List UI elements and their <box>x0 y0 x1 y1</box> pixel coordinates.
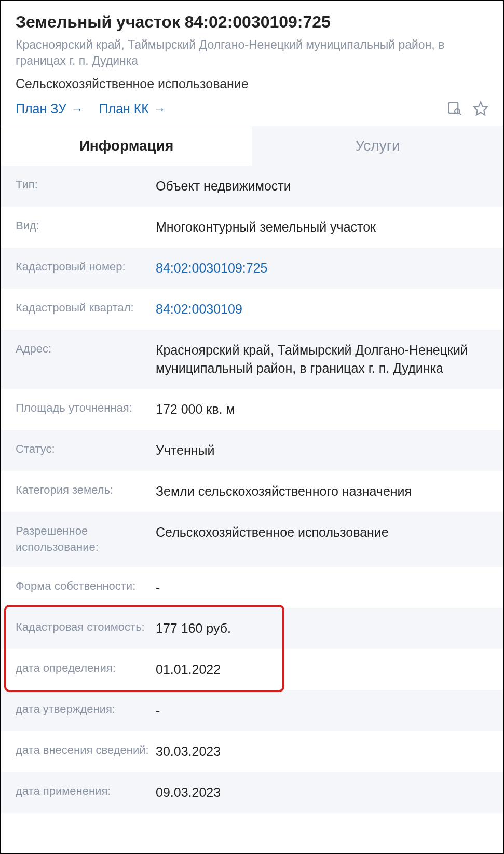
tabs: Информация Услуги <box>1 126 503 166</box>
row-label: дата применения: <box>16 783 156 799</box>
row-label: Кадастровый номер: <box>16 259 156 275</box>
arrow-right-icon: → <box>150 102 166 116</box>
row-value: Учтенный <box>156 441 488 459</box>
info-row: Вид:Многоконтурный земельный участок <box>1 207 503 248</box>
main-container: Земельный участок 84:02:0030109:725 Крас… <box>0 0 504 854</box>
tab-info[interactable]: Информация <box>1 126 252 166</box>
row-label: Форма собственности: <box>16 578 156 594</box>
page-title: Земельный участок 84:02:0030109:725 <box>16 12 488 32</box>
links-row: План ЗУ → План КК → <box>16 101 488 116</box>
row-value: 177 160 руб. <box>156 619 488 638</box>
row-value: - <box>156 578 488 597</box>
info-row: дата внесения сведений:30.03.2023 <box>1 731 503 772</box>
info-row: Площадь уточненная:172 000 кв. м <box>1 389 503 430</box>
row-label: Разрешенное использование: <box>16 523 156 555</box>
arrow-right-icon: → <box>67 102 84 116</box>
row-value: - <box>156 701 488 720</box>
row-label: Статус: <box>16 441 156 457</box>
row-value: Красноярский край, Таймырский Долгано-Не… <box>156 341 488 377</box>
info-row: Разрешенное использование:Сельскохозяйст… <box>1 512 503 567</box>
row-value: 09.03.2023 <box>156 783 488 802</box>
row-value-link[interactable]: 84:02:0030109 <box>156 300 488 318</box>
row-label: Адрес: <box>16 341 156 357</box>
info-row: Кадастровый номер:84:02:0030109:725 <box>1 248 503 289</box>
row-value: 30.03.2023 <box>156 742 488 761</box>
info-row: Тип:Объект недвижимости <box>1 166 503 207</box>
plan-kk-link[interactable]: План КК → <box>99 101 166 116</box>
row-label: дата определения: <box>16 660 156 676</box>
info-row: Кадастровый квартал:84:02:0030109 <box>1 289 503 330</box>
row-value: Многоконтурный земельный участок <box>156 218 488 236</box>
svg-line-2 <box>459 113 461 115</box>
info-row: Адрес:Красноярский край, Таймырский Долг… <box>1 330 503 389</box>
info-row: Статус:Учтенный <box>1 430 503 471</box>
plan-zu-label: План ЗУ <box>16 101 66 116</box>
row-value: 172 000 кв. м <box>156 400 488 418</box>
row-label: дата утверждения: <box>16 701 156 717</box>
row-label: Кадастровая стоимость: <box>16 619 156 635</box>
info-row: дата утверждения:- <box>1 690 503 731</box>
row-label: Вид: <box>16 218 156 234</box>
svg-marker-3 <box>474 102 487 115</box>
info-row: Кадастровая стоимость:177 160 руб. <box>1 608 503 649</box>
header-usage: Сельскохозяйственное использование <box>16 76 488 91</box>
info-row: дата применения:09.03.2023 <box>1 772 503 813</box>
row-label: Площадь уточненная: <box>16 400 156 416</box>
info-row: Категория земель:Земли сельскохозяйствен… <box>1 471 503 512</box>
plan-zu-link[interactable]: План ЗУ → <box>16 101 84 116</box>
svg-rect-0 <box>449 103 458 113</box>
plan-kk-label: План КК <box>99 101 149 116</box>
row-label: Категория земель: <box>16 482 156 498</box>
row-value: Объект недвижимости <box>156 177 488 195</box>
info-rows: Тип:Объект недвижимостиВид:Многоконтурны… <box>1 166 503 813</box>
tab-services[interactable]: Услуги <box>252 126 503 166</box>
info-row: Форма собственности:- <box>1 567 503 608</box>
info-row: дата определения:01.01.2022 <box>1 649 503 690</box>
row-label: дата внесения сведений: <box>16 742 156 758</box>
row-value: 01.01.2022 <box>156 660 488 679</box>
header-address: Красноярский край, Таймырский Долгано-Не… <box>16 37 488 69</box>
row-label: Тип: <box>16 177 156 193</box>
header-icons <box>447 101 488 116</box>
header: Земельный участок 84:02:0030109:725 Крас… <box>1 1 503 126</box>
row-value: Земли сельскохозяйственного назначения <box>156 482 488 500</box>
row-value: Сельскохозяйственное использование <box>156 523 488 541</box>
star-icon[interactable] <box>473 101 488 116</box>
row-label: Кадастровый квартал: <box>16 300 156 316</box>
row-value-link[interactable]: 84:02:0030109:725 <box>156 259 488 277</box>
search-doc-icon[interactable] <box>447 101 462 116</box>
